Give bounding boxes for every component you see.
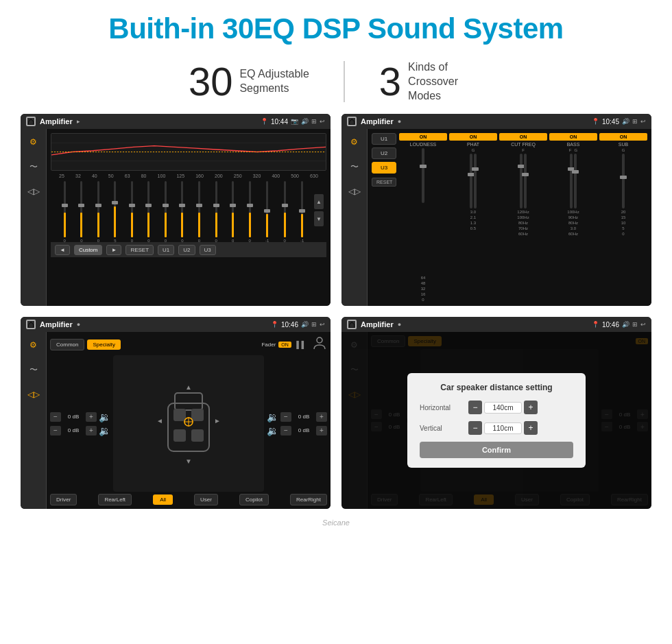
confirm-button[interactable]: Confirm (420, 442, 573, 458)
home-icon-3[interactable]: ⌂ (26, 320, 36, 329)
custom-btn[interactable]: Custom (74, 245, 103, 255)
vol-side-icon-1[interactable]: ◁▷ (26, 184, 41, 199)
cutfreq-on[interactable]: ON (499, 133, 547, 141)
svg-rect-8 (191, 409, 204, 421)
eq-icon-2[interactable]: ⚙ (347, 134, 362, 150)
vol-minus-bl[interactable]: − (50, 426, 61, 436)
horizontal-row: Horizontal − 140cm + (420, 401, 573, 414)
slider-col-14[interactable]: -1 (300, 181, 304, 243)
vertical-plus[interactable]: + (524, 421, 538, 435)
status-icons-4: 📍 10:46 🔊 ⊞ ↩ (592, 321, 646, 329)
slider-col-2[interactable]: 0 (97, 181, 99, 243)
location-icon-1: 📍 (261, 118, 268, 125)
vol-control-br: 🔉 − 0 dB + (267, 425, 327, 436)
stat-eq-label: EQ AdjustableSegments (239, 67, 309, 96)
slider-col-11[interactable]: 0 (248, 181, 250, 243)
loudness-slider[interactable] (399, 148, 447, 274)
horizontal-minus[interactable]: − (468, 401, 482, 414)
side-panel-2: ⚙ 〜 ◁▷ (341, 129, 368, 306)
slider-col-6[interactable]: 0 (165, 181, 167, 243)
screen-distance: ⌂ Amplifier ● 📍 10:46 🔊 ⊞ ↩ ⚙ 〜 ◁▷ Commo… (341, 317, 651, 509)
svg-point-4 (317, 337, 322, 343)
preset-u3[interactable]: U3 (372, 162, 396, 174)
channel-loudness: ON LOUDNESS 64 48 32 16 0 (399, 133, 447, 302)
bass-on[interactable]: ON (549, 133, 597, 141)
stat-eq-number: 30 (189, 62, 233, 102)
vertical-minus[interactable]: − (468, 421, 482, 435)
fader-label: Fader (261, 342, 276, 348)
stats-row: 30 EQ AdjustableSegments 3 Kinds ofCross… (0, 52, 672, 114)
vol-plus-bl[interactable]: + (86, 426, 97, 436)
vol-minus-tr[interactable]: − (280, 412, 291, 422)
back-icon-3[interactable]: ↩ (320, 321, 325, 328)
stat-crossover-number: 3 (379, 62, 401, 102)
rearleft-btn[interactable]: RearLeft (98, 494, 132, 505)
slider-col-5[interactable]: 0 (147, 181, 149, 243)
common-btn[interactable]: Common (50, 339, 84, 350)
back-icon-1[interactable]: ↩ (320, 118, 325, 125)
wave-icon-1[interactable]: 〜 (26, 159, 41, 174)
distance-dialog: Car speaker distance setting Horizontal … (407, 373, 586, 468)
vol-val-br: 0 dB (293, 427, 314, 433)
horizontal-plus[interactable]: + (524, 401, 538, 414)
slider-col-1[interactable]: 0 (80, 181, 82, 243)
vol-plus-br[interactable]: + (316, 426, 327, 436)
reset-btn-1[interactable]: RESET (125, 245, 154, 255)
user-btn[interactable]: User (194, 494, 218, 505)
slider-col-10[interactable]: 0 (232, 181, 234, 243)
slider-col-8[interactable]: 0 (198, 181, 200, 243)
vol-plus-tl[interactable]: + (86, 412, 97, 422)
freq-63: 63 (125, 174, 130, 178)
vol-side-icon-3[interactable]: ◁▷ (26, 387, 41, 402)
slider-col-4[interactable]: 0 (131, 181, 133, 243)
vol-plus-tr[interactable]: + (316, 412, 327, 422)
slider-col-0[interactable]: 0 (64, 181, 66, 243)
vol-minus-tl[interactable]: − (50, 412, 61, 422)
back-icon-2[interactable]: ↩ (640, 118, 646, 125)
eq-icon-1[interactable]: ⚙ (26, 134, 41, 150)
horizontal-value: 140cm (484, 402, 522, 414)
preset-u2[interactable]: U2 (372, 147, 396, 159)
fader-on[interactable]: ON (278, 342, 291, 348)
sub-on[interactable]: ON (599, 133, 647, 141)
grid-icon-3: ⊞ (311, 321, 317, 328)
wave-icon-2[interactable]: 〜 (347, 159, 362, 174)
home-icon-2[interactable]: ⌂ (347, 117, 357, 126)
slider-col-7[interactable]: 0 (181, 181, 183, 243)
phat-on[interactable]: ON (449, 133, 497, 141)
preset-u1[interactable]: U1 (372, 133, 396, 145)
screen3-title: Amplifier (40, 320, 73, 329)
slider-col-9[interactable]: 0 (215, 181, 217, 243)
u2-btn[interactable]: U2 (178, 245, 195, 255)
home-icon-1[interactable]: ⌂ (26, 117, 36, 126)
copilot-btn[interactable]: Copilot (239, 494, 269, 505)
slider-col-3[interactable]: 5 (114, 181, 116, 243)
svg-text:◄: ◄ (156, 417, 163, 425)
home-icon-4[interactable]: ⌂ (347, 320, 357, 329)
wave-icon-3[interactable]: 〜 (26, 362, 41, 377)
arrow-down[interactable]: ▼ (314, 211, 324, 226)
back-icon-4[interactable]: ↩ (640, 321, 646, 328)
slider-col-13[interactable]: 0 (284, 181, 286, 243)
eq-icon-3[interactable]: ⚙ (26, 337, 41, 353)
loudness-on[interactable]: ON (399, 133, 447, 141)
all-btn[interactable]: All (153, 494, 173, 505)
reset-btn-2[interactable]: RESET (372, 178, 396, 187)
stat-eq: 30 EQ AdjustableSegments (154, 62, 344, 102)
driver-btn[interactable]: Driver (50, 494, 77, 505)
user-icon[interactable] (312, 335, 327, 353)
vol-minus-br[interactable]: − (280, 426, 291, 436)
eq-freq-labels: 25 32 40 50 63 80 100 125 160 200 250 32… (51, 174, 326, 178)
vol-val-tl: 0 dB (63, 414, 84, 420)
rearright-btn[interactable]: RearRight (290, 494, 327, 505)
specialty-btn[interactable]: Specialty (87, 339, 120, 350)
slider-col-12[interactable]: -1 (265, 181, 269, 243)
svg-rect-9 (173, 429, 186, 442)
next-btn[interactable]: ► (106, 245, 121, 255)
vol-side-icon-2[interactable]: ◁▷ (347, 184, 362, 199)
stat-crossover: 3 Kinds ofCrossover Modes (345, 60, 518, 103)
u3-btn[interactable]: U3 (200, 245, 216, 255)
u1-btn[interactable]: U1 (158, 245, 174, 255)
prev-btn[interactable]: ◄ (55, 245, 70, 255)
arrow-up[interactable]: ▲ (314, 194, 324, 209)
